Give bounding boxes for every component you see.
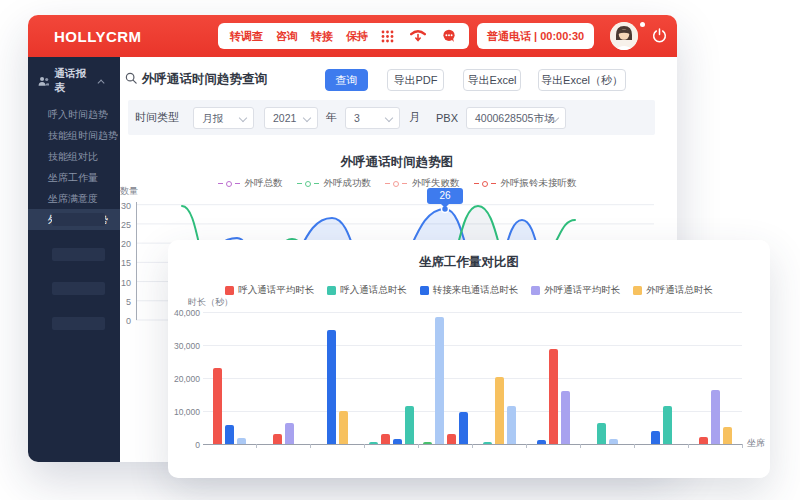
pbx-select[interactable]: 4000628505市场	[466, 107, 566, 129]
year-value: 2021	[273, 112, 296, 124]
bar-legend-item[interactable]: 外呼通话平均时长	[531, 284, 620, 297]
sidebar-item[interactable]: 技能组时间趋势	[28, 125, 120, 146]
bar[interactable]	[711, 390, 720, 444]
legend-label: 外呼总数	[245, 177, 283, 190]
legend-swatch	[327, 286, 336, 295]
bar[interactable]	[651, 431, 660, 444]
sidebar-item[interactable]: 技能组对比	[28, 146, 120, 167]
bar-legend-item[interactable]: 转接来电通话总时长	[420, 284, 519, 297]
bar[interactable]	[699, 437, 708, 444]
bar[interactable]	[597, 423, 606, 444]
line-legend-item[interactable]: 外呼成功数	[297, 177, 372, 190]
search-icon	[125, 72, 137, 84]
bar-group	[257, 312, 311, 444]
export-excel-seconds-button[interactable]: 导出Excel（秒）	[538, 69, 626, 91]
bar-group	[365, 312, 419, 444]
bar[interactable]	[423, 442, 432, 444]
time-type-value: 月报	[202, 112, 223, 124]
bar[interactable]	[327, 330, 336, 444]
legend-line-marker	[385, 183, 390, 185]
avatar-image	[610, 22, 638, 50]
line-chart-y-axis-label: 数量	[112, 185, 138, 198]
time-type-label: 时间类型	[135, 110, 179, 125]
bar[interactable]	[393, 439, 402, 444]
legend-label: 外呼通话总时长	[646, 284, 713, 297]
line-legend-item[interactable]: 外呼振铃未接听数	[474, 177, 577, 190]
call-action-button[interactable]: 转调查	[228, 29, 265, 44]
bar[interactable]	[225, 425, 234, 444]
bar[interactable]	[339, 411, 348, 444]
legend-swatch	[633, 286, 642, 295]
bar[interactable]	[447, 434, 456, 444]
call-action-button[interactable]: 转接	[309, 29, 335, 44]
sidebar-section-call-reports[interactable]: 通话报表	[28, 57, 120, 104]
bar[interactable]	[213, 368, 222, 444]
pbx-label: PBX	[436, 112, 458, 124]
bar[interactable]	[537, 440, 546, 444]
bar[interactable]	[495, 377, 504, 444]
bar-group	[580, 312, 634, 444]
month-select[interactable]: 3	[345, 107, 400, 129]
bar-chart-tick-label: 10,000	[168, 407, 200, 417]
people-icon	[38, 76, 50, 87]
bar[interactable]	[237, 438, 246, 444]
call-status-pill: 普通电话 | 00:00:30	[477, 23, 594, 49]
bar-chart-tick-label: 0	[168, 440, 200, 450]
avatar[interactable]	[610, 22, 638, 50]
sidebar-skeleton-item	[52, 317, 105, 330]
bar[interactable]	[549, 349, 558, 444]
bar-chart-tick-label: 30,000	[168, 341, 200, 351]
bar[interactable]	[285, 423, 294, 444]
legend-line-marker	[474, 183, 479, 185]
bar[interactable]	[723, 427, 732, 444]
topbar-icon-group	[368, 23, 469, 49]
bar[interactable]	[609, 439, 618, 444]
legend-label: 外呼振铃未接听数	[501, 177, 577, 190]
sidebar-section-label: 通话报表	[55, 67, 96, 95]
year-select[interactable]: 2021	[264, 107, 318, 129]
bar-legend-item[interactable]: 呼入通话平均时长	[225, 284, 314, 297]
line-chart-title: 外呼通话时间趋势图	[134, 154, 660, 171]
call-action-button[interactable]: 咨询	[274, 29, 300, 44]
bar-legend-item[interactable]: 呼入通话总时长	[327, 284, 407, 297]
bar[interactable]	[369, 442, 378, 444]
legend-swatch	[531, 286, 540, 295]
bar-group	[473, 312, 527, 444]
chart-tooltip: 26	[427, 188, 463, 204]
line-legend-item[interactable]: 外呼总数	[218, 177, 283, 190]
search-button[interactable]: 查询	[325, 69, 368, 91]
month-value: 3	[354, 112, 360, 124]
bar-group	[311, 312, 365, 444]
power-icon[interactable]	[652, 28, 667, 43]
legend-swatch	[225, 286, 234, 295]
dialpad-grid-icon[interactable]	[381, 30, 394, 43]
bar[interactable]	[435, 317, 444, 444]
pbx-value: 4000628505市场	[475, 112, 554, 124]
time-type-select[interactable]: 月报	[193, 107, 254, 129]
bar-chart-plot[interactable]	[203, 312, 742, 444]
call-action-button[interactable]: 保持	[344, 29, 370, 44]
bar[interactable]	[663, 406, 672, 444]
bar[interactable]	[381, 434, 390, 444]
sidebar-item[interactable]: 坐席满意度	[28, 188, 120, 209]
export-pdf-button[interactable]: 导出PDF	[387, 69, 444, 91]
export-excel-button[interactable]: 导出Excel	[463, 69, 521, 91]
bar-chart-title: 坐席工作量对比图	[168, 254, 770, 271]
bar-group	[203, 312, 257, 444]
bar[interactable]	[483, 442, 492, 444]
line-chart-legend: 外呼总数外呼成功数外呼失败数外呼振铃未接听数	[134, 177, 660, 190]
topbar: HOLLYCRM 转调查咨询转接保持 普通电话 | 00:00:30	[28, 15, 677, 57]
chat-message-icon[interactable]	[442, 29, 456, 43]
sidebar-menu: 呼入时间趋势技能组时间趋势技能组对比坐席工作量坐席满意度外呼时间趋势	[28, 104, 120, 230]
bar[interactable]	[273, 434, 282, 444]
bar-legend-item[interactable]: 外呼通话总时长	[633, 284, 713, 297]
sidebar-item[interactable]: 坐席工作量	[28, 167, 120, 188]
sidebar-item[interactable]: 呼入时间趋势	[28, 104, 120, 125]
bar-chart-tick-label: 20,000	[168, 374, 200, 384]
bar[interactable]	[459, 412, 468, 444]
bar[interactable]	[405, 406, 414, 444]
hangup-phone-icon[interactable]	[410, 29, 426, 43]
bar[interactable]	[507, 406, 516, 444]
filter-bar: 时间类型 月报 2021 年 3 月 PBX 4000628505市场	[128, 100, 655, 135]
bar[interactable]	[561, 391, 570, 444]
